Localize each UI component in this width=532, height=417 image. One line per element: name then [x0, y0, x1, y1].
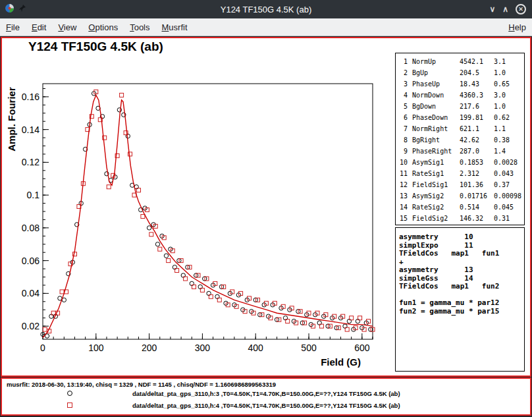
fit-stats: musrfit: 2018-06-30, 13:19:40, chisq = 1… [7, 381, 276, 388]
param-row: 6PhaseDown199.810.62 [398, 112, 524, 123]
param-row: 1NormUp4542.13.1 [398, 56, 524, 67]
svg-text:300: 300 [195, 343, 211, 353]
svg-text:0: 0 [40, 343, 45, 353]
theory-line: TFieldCos map1 fun2 [399, 283, 524, 291]
param-row: 5BgDown217.61.0 [398, 101, 524, 112]
svg-text:100: 100 [88, 343, 104, 353]
menu-help[interactable]: Help [502, 22, 532, 32]
param-row: 12FieldSig1101.360.37 [398, 179, 524, 190]
param-row: 13AsymSig20.017160.00098 [398, 190, 524, 202]
svg-text:0.16: 0.16 [22, 92, 40, 102]
plot-svg[interactable]: 01002003004005006000.020.040.060.080.10.… [2, 38, 387, 369]
close-button[interactable]: ✕ [516, 4, 526, 14]
svg-text:200: 200 [142, 343, 157, 353]
svg-text:0.1: 0.1 [27, 190, 40, 200]
menu-file[interactable]: File [0, 22, 26, 32]
param-row: 15FieldSig2146.320.31 [398, 213, 524, 224]
theory-line: asymmetry 10 [399, 233, 524, 242]
menu-edit[interactable]: Edit [26, 22, 52, 32]
window-title: Y124 TF150G 4.5K (ab) [0, 5, 532, 14]
menu-view[interactable]: View [52, 22, 82, 32]
svg-text:Ampl. Fourier: Ampl. Fourier [6, 87, 17, 152]
svg-text:600: 600 [354, 343, 370, 353]
param-row: 11RateSig12.3120.043 [398, 168, 524, 179]
window-titlebar: Y124 TF150G 4.5K (ab) ∨ ∧ ✕ [0, 0, 532, 18]
theory-line: asymmetry 13 [399, 266, 524, 275]
info-pad: musrfit: 2018-06-30, 13:19:40, chisq = 1… [1, 377, 531, 416]
legend-row-2: data/deltat_pta_gps_3110,h:4 ,T0=4.50K,T… [2, 402, 530, 408]
svg-text:0.12: 0.12 [22, 157, 40, 167]
menu-tools[interactable]: Tools [124, 22, 155, 32]
svg-text:Field (G): Field (G) [321, 356, 361, 368]
circle-marker-icon [67, 391, 72, 396]
param-row: 9PhaseRight287.01.4 [398, 146, 524, 157]
param-row: 7NormRight621.11.1 [398, 123, 524, 134]
pin-icon[interactable] [18, 3, 26, 15]
theory-line: TFieldCos map1 fun1 [399, 250, 524, 258]
app-icon[interactable] [5, 3, 14, 16]
minimize-button[interactable]: ∨ [489, 5, 495, 14]
param-row: 10AsymSig10.18530.0028 [398, 157, 524, 168]
svg-text:0.02: 0.02 [22, 321, 40, 331]
svg-text:0.04: 0.04 [22, 288, 40, 298]
menu-musrfit[interactable]: Musrfit [156, 22, 194, 32]
square-marker-icon [67, 403, 72, 408]
param-row: 8BgRight42.620.38 [398, 134, 524, 146]
svg-text:500: 500 [301, 343, 317, 353]
legend-row-1: data/deltat_pta_gps_3110,h:3 ,T0=4.50K,T… [2, 390, 530, 397]
theory-line: fun2 = gamma_mu * par15 [399, 308, 524, 316]
param-row: 4NormDown4360.33.0 [398, 90, 524, 101]
legend-label-2: data/deltat_pta_gps_3110,h:4 ,T0=4.50K,T… [132, 402, 400, 409]
svg-text:0.06: 0.06 [22, 256, 40, 266]
menu-bar: File Edit View Options Tools Musrfit Hel… [0, 18, 532, 36]
param-row: 3PhaseUp18.430.65 [398, 78, 524, 90]
theory-line: fun1 = gamma_mu * par12 [399, 299, 524, 308]
theory-lines: asymmetry 10simplExpo 11TFieldCos map1 f… [399, 233, 524, 316]
param-table-rows: 1NormUp4542.13.12BgUp204.51.03PhaseUp18.… [398, 56, 524, 224]
param-row: 2BgUp204.51.0 [398, 67, 524, 78]
menu-options[interactable]: Options [82, 22, 124, 32]
svg-text:400: 400 [248, 343, 264, 353]
svg-text:0.08: 0.08 [22, 223, 40, 233]
theory-box[interactable]: asymmetry 10simplExpo 11TFieldCos map1 f… [395, 227, 525, 372]
param-row: 14RateSig20.5140.045 [398, 202, 524, 213]
svg-text:0.14: 0.14 [22, 125, 40, 135]
root-canvas[interactable]: Y124 TF150G 4.5K (ab) 010020030040050060… [1, 37, 531, 377]
param-box[interactable]: 1NormUp4542.13.12BgUp204.51.03PhaseUp18.… [395, 53, 525, 225]
legend-label-1: data/deltat_pta_gps_3110,h:3 ,T0=4.50K,T… [132, 390, 400, 397]
maximize-button[interactable]: ∧ [502, 5, 508, 14]
